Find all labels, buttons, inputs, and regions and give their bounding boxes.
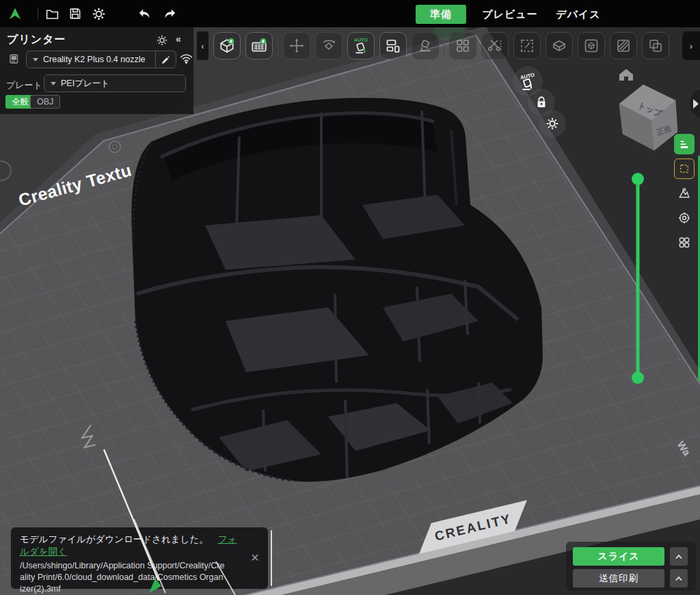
boolean-tool-button[interactable] <box>642 32 669 59</box>
plate-label: プレート <box>6 79 42 92</box>
send-print-button[interactable]: 送信印刷 <box>573 569 664 587</box>
scale-tool-button[interactable] <box>513 32 541 59</box>
right-tool-rail <box>674 134 696 253</box>
tab-prepare[interactable]: 準備 <box>416 5 466 24</box>
printer-panel: プリンター « Creality K2 Plus 0.4 nozzle プレート <box>0 27 193 114</box>
printer-settings-gear-icon[interactable] <box>156 34 168 46</box>
printer-select[interactable]: Creality K2 Plus 0.4 nozzle <box>26 51 176 68</box>
toast-close-icon[interactable]: ✕ <box>249 552 261 564</box>
printer-icon <box>8 53 21 66</box>
clone-group-button[interactable] <box>674 232 695 253</box>
add-plate-button[interactable] <box>245 32 273 59</box>
toast-message: モデルファイルがダウンロードされました。 <box>20 534 208 544</box>
save-icon[interactable] <box>67 5 83 22</box>
support-view-button[interactable] <box>674 183 695 204</box>
tab-device[interactable]: デバイス <box>551 5 606 24</box>
topbar-divider <box>38 8 38 20</box>
auto-orient-tool-button[interactable]: AUTO <box>347 32 375 59</box>
top-bar: 準備 プレビュー デバイス <box>0 0 700 27</box>
plate-select-button[interactable] <box>674 158 695 179</box>
add-model-button[interactable] <box>213 32 241 59</box>
toast-file-path: /Users/shingo/Library/Application Suppor… <box>20 560 225 595</box>
tab-preview[interactable]: プレビュー <box>479 5 541 24</box>
creality-print-window: Creality Textu <box>0 0 700 595</box>
toolbar-divider <box>444 36 444 56</box>
toast-scrollbar[interactable] <box>271 530 272 586</box>
toolbar-collapse-left-icon[interactable]: ‹ <box>197 31 208 60</box>
viewport-settings-gear-button[interactable] <box>539 110 566 137</box>
layer-slider-handle-top[interactable] <box>632 173 644 185</box>
chevron-down-icon <box>51 82 56 85</box>
toolbar-expand-right-icon[interactable]: › <box>682 31 700 60</box>
slice-button[interactable]: スライス <box>573 547 664 566</box>
printer-panel-title: プリンター <box>7 33 66 47</box>
lay-flat-tool-button[interactable] <box>412 32 439 59</box>
tracking-target-button[interactable] <box>674 208 695 228</box>
edit-printer-pencil-icon[interactable] <box>155 51 176 68</box>
chevron-down-icon <box>33 58 38 61</box>
move-tool-button[interactable] <box>283 32 310 59</box>
creality-logo <box>7 5 23 22</box>
undo-icon[interactable] <box>137 5 153 22</box>
wifi-icon[interactable] <box>180 53 193 67</box>
support-paint-tool-button[interactable] <box>546 32 573 59</box>
clone-tool-button[interactable] <box>449 32 476 59</box>
printer-select-value: Creality K2 Plus 0.4 nozzle <box>43 55 145 64</box>
seam-tool-button[interactable] <box>578 32 605 59</box>
settings-gear-icon[interactable] <box>90 5 107 22</box>
model-toolbar: ‹ <box>197 31 669 60</box>
cut-tool-button[interactable] <box>481 32 509 59</box>
rotate-tool-button[interactable] <box>315 32 342 59</box>
panel-collapse-icon[interactable]: « <box>176 33 181 44</box>
arrange-tool-button[interactable] <box>379 32 407 59</box>
object-list-button[interactable] <box>674 134 695 154</box>
auto-label: AUTO <box>354 38 368 42</box>
send-expand-button[interactable] <box>670 569 688 587</box>
open-file-icon[interactable] <box>44 5 60 22</box>
texture-tool-button[interactable] <box>610 32 637 59</box>
plate-select[interactable]: PEIプレート <box>44 74 186 92</box>
redo-icon[interactable] <box>161 5 178 22</box>
slice-expand-button[interactable] <box>670 547 688 566</box>
toolbar-divider <box>278 36 278 56</box>
filter-tab-obj[interactable]: OBJ <box>30 95 60 109</box>
plate-screw <box>109 141 120 152</box>
layer-slider-handle-bottom[interactable] <box>632 372 644 384</box>
download-toast: モデルファイルがダウンロードされました。フォルダを開く /Users/shing… <box>11 527 268 589</box>
plate-select-value: PEIプレート <box>61 78 109 89</box>
